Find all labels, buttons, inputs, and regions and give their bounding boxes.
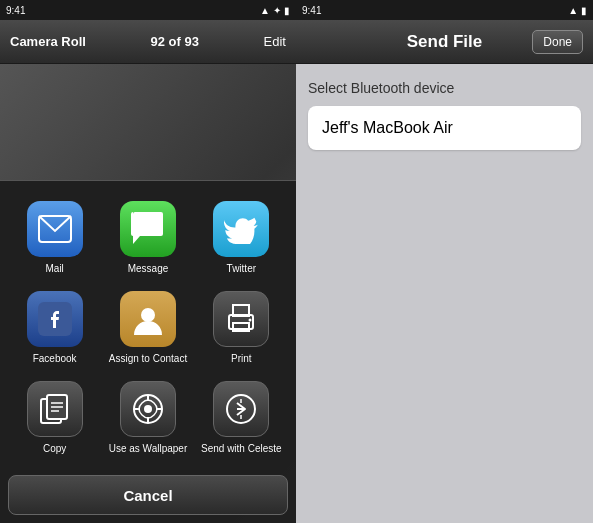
twitter-icon [213,201,269,257]
share-facebook[interactable]: Facebook [8,283,101,373]
edit-button[interactable]: Edit [264,34,286,49]
bluetooth-status-icon: ✦ [273,5,281,16]
camera-roll-title: Camera Roll [10,34,86,49]
wallpaper-label: Use as Wallpaper [109,442,188,455]
bluetooth-content: Select Bluetooth device Jeff's MacBook A… [296,64,593,523]
nav-bar: Camera Roll 92 of 93 Edit [0,20,296,64]
photo-counter: 92 of 93 [151,34,199,49]
share-message[interactable]: Message [101,193,194,283]
message-icon [120,201,176,257]
print-icon [213,291,269,347]
svg-point-6 [249,319,252,322]
status-bar-right: 9:41 ▲ ▮ [296,0,593,20]
done-button[interactable]: Done [532,30,583,54]
time: 9:41 [6,5,25,16]
device-row[interactable]: Jeff's MacBook Air [308,106,581,150]
copy-label: Copy [43,442,66,455]
bluetooth-send-icon [213,381,269,437]
battery-icon: ▮ [284,5,290,16]
facebook-label: Facebook [33,352,77,365]
right-status-icons: ▲ ▮ [568,5,587,16]
share-copy[interactable]: Copy [8,373,101,463]
left-panel: 9:41 ▲ ✦ ▮ Camera Roll 92 of 93 Edit [0,0,296,523]
message-label: Message [128,262,169,275]
share-contact[interactable]: Assign to Contact [101,283,194,373]
status-icons: ▲ ✦ ▮ [260,5,290,16]
share-sheet: Mail Message [0,180,296,523]
right-time: 9:41 [302,5,321,16]
share-print[interactable]: Print [195,283,288,373]
select-device-label: Select Bluetooth device [308,80,581,96]
copy-icon [27,381,83,437]
share-twitter[interactable]: Twitter [195,193,288,283]
share-bluetooth[interactable]: Send with Celeste [195,373,288,463]
signal-icon: ▲ [260,5,270,16]
bluetooth-send-label: Send with Celeste [201,442,282,455]
wallpaper-icon [120,381,176,437]
send-file-navbar: Send File Done [296,20,593,64]
right-battery-icon: ▮ [581,5,587,16]
svg-point-2 [141,308,155,322]
mail-icon [27,201,83,257]
svg-point-13 [144,405,152,413]
cancel-button[interactable]: Cancel [8,475,288,515]
print-label: Print [231,352,252,365]
share-wallpaper[interactable]: Use as Wallpaper [101,373,194,463]
twitter-label: Twitter [227,262,256,275]
contact-label: Assign to Contact [109,352,187,365]
mail-label: Mail [45,262,63,275]
send-file-title: Send File [407,32,483,52]
device-name: Jeff's MacBook Air [322,119,453,136]
status-bar-left: 9:41 ▲ ✦ ▮ [0,0,296,20]
photo-area: Mail Message [0,64,296,523]
right-wifi-icon: ▲ [568,5,578,16]
share-mail[interactable]: Mail [8,193,101,283]
facebook-icon [27,291,83,347]
right-panel: 9:41 ▲ ▮ Send File Done Select Bluetooth… [296,0,593,523]
contact-icon [120,291,176,347]
share-grid: Mail Message [0,181,296,471]
